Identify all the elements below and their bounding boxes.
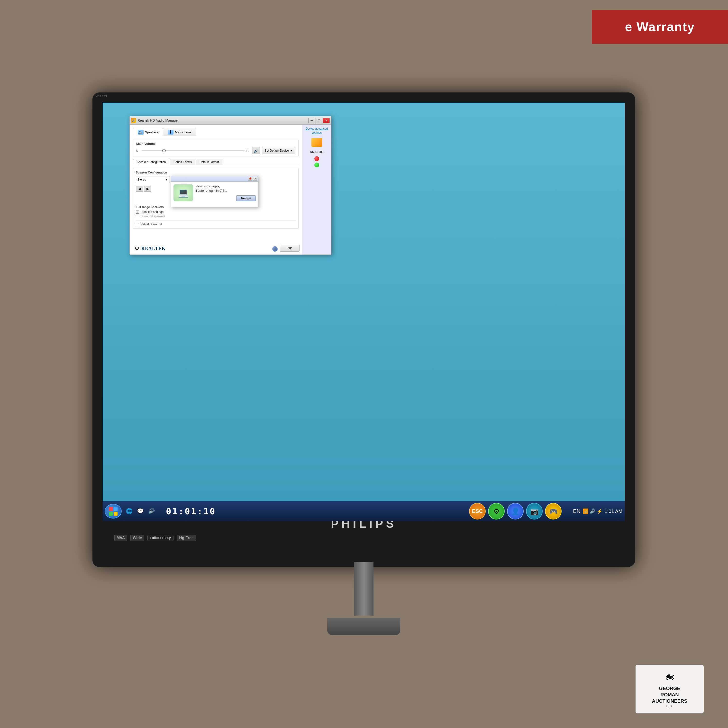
windows-logo-yellow bbox=[114, 512, 118, 516]
volume-slider-row: L R 🔊 Set Default Device ▼ bbox=[136, 147, 295, 154]
taskbar-app-button-1[interactable]: ⚙ bbox=[488, 503, 505, 520]
set-default-device-button[interactable]: Set Default Device ▼ bbox=[262, 147, 295, 154]
volume-slider-track[interactable] bbox=[142, 150, 245, 151]
window-titlebar: 🔊 Realtek HD Audio Manager ─ □ ✕ bbox=[130, 116, 331, 125]
system-tray-icons: 📶 🔊 ⚡ bbox=[583, 508, 603, 514]
monitor-stand-base bbox=[327, 618, 400, 635]
device-advanced-settings-link[interactable]: Device advanced settings bbox=[304, 127, 329, 135]
windows-logo-green bbox=[109, 512, 113, 516]
popup-titlebar: 📌 ✕ bbox=[171, 176, 258, 182]
taskbar-app-button-3[interactable]: 📷 bbox=[526, 503, 543, 520]
taskbar-app-icons: ESC ⚙ 👤 📷 🎮 bbox=[469, 503, 561, 520]
volume-slider-thumb[interactable] bbox=[162, 149, 166, 152]
auction-watermark: 🏍 GEORGE ROMAN AUCTIONEERS LTD. bbox=[636, 665, 704, 713]
main-volume-label: Main Volume bbox=[136, 142, 295, 145]
window-title: Realtek HD Audio Manager bbox=[138, 118, 307, 122]
analog-label: ANALOG bbox=[310, 150, 323, 154]
front-speakers-label: Front left and right bbox=[141, 210, 164, 214]
taskbar-app-button-4[interactable]: 🎮 bbox=[545, 503, 561, 520]
popup-text-area: Network outages, ll auto re-login in 9秒.… bbox=[196, 184, 256, 201]
auction-name-line1: GEORGE bbox=[659, 685, 680, 691]
quick-launch-icons: 🌐 💬 🔊 bbox=[124, 506, 156, 516]
default-format-subtab[interactable]: Default Format bbox=[196, 159, 222, 165]
left-channel-label: L bbox=[136, 149, 140, 152]
monitor-frame: V11473 🔊 Realtek HD Audio Manager ─ □ ✕ bbox=[92, 92, 635, 567]
sound-effects-subtab[interactable]: Sound Effects bbox=[170, 159, 196, 165]
warranty-text: e Warranty bbox=[625, 20, 695, 34]
fullhd-badge: FullHD 1080p bbox=[147, 535, 173, 541]
popup-dialog: 📌 ✕ 💻 Network outages, ll auto re-login … bbox=[171, 176, 258, 207]
nav-buttons: ◀ ▶ bbox=[136, 186, 170, 192]
speaker-dropdown-area: Stereo ▼ ◀ ▶ bbox=[136, 176, 170, 192]
speaker-config-dropdown[interactable]: Stereo ▼ bbox=[136, 176, 170, 183]
realtek-logo-text: REALTEK bbox=[141, 246, 166, 251]
windows-logo bbox=[109, 507, 118, 515]
esc-label: ESC bbox=[472, 508, 483, 514]
mute-button[interactable]: 🔊 bbox=[252, 147, 260, 154]
speaker-config-section-label: Speaker Configuration bbox=[136, 171, 296, 174]
system-clock: 1:01 AM bbox=[605, 508, 622, 514]
taskbar-quick-icon-3[interactable]: 🔊 bbox=[147, 506, 156, 516]
popup-content: 💻 Network outages, ll auto re-login in 9… bbox=[171, 182, 258, 203]
tray-icon-3: ⚡ bbox=[596, 508, 603, 514]
surround-speakers-checkbox[interactable] bbox=[136, 215, 139, 218]
hg-free-badge: Hg Free bbox=[177, 535, 196, 541]
front-speakers-checkbox[interactable]: ✓ bbox=[136, 210, 139, 214]
taskbar-quick-icon-2[interactable]: 💬 bbox=[135, 506, 145, 516]
taskbar-esc-button[interactable]: ESC bbox=[469, 503, 486, 520]
minimize-button[interactable]: ─ bbox=[308, 118, 315, 123]
front-speakers-row: ✓ Front left and right bbox=[136, 210, 296, 214]
popup-message: Network outages, ll auto re-login in 9秒.… bbox=[196, 184, 256, 193]
virtual-surround-row: Virtual Surround bbox=[136, 220, 296, 226]
surround-speakers-label: Surround speakers bbox=[141, 215, 165, 218]
surround-speakers-row: Surround speakers bbox=[136, 215, 296, 218]
wide-badge: Wide bbox=[130, 535, 144, 541]
ok-button[interactable]: OK bbox=[280, 245, 300, 252]
warranty-banner: e Warranty bbox=[592, 10, 728, 44]
main-volume-section: Main Volume L R 🔊 Set Default Device ▼ bbox=[133, 140, 298, 156]
auction-suffix: LTD. bbox=[666, 704, 673, 708]
language-indicator: EN bbox=[573, 508, 581, 514]
monitor-bottom-badges: MVA Wide FullHD 1080p Hg Free bbox=[114, 535, 196, 541]
analog-green-indicator bbox=[314, 162, 319, 167]
speakers-tab[interactable]: 🔊 Speakers bbox=[133, 128, 163, 136]
tray-icon-1: 📶 bbox=[583, 508, 589, 514]
monitor-stand-neck bbox=[354, 562, 373, 616]
microphone-tab[interactable]: 🎙 Microphone bbox=[163, 128, 196, 136]
windows-logo-red bbox=[109, 507, 113, 511]
app-icon-3: 📷 bbox=[530, 507, 539, 515]
window-sidebar: Device advanced settings ANALOG bbox=[302, 125, 331, 254]
speaker-config-subtab[interactable]: Speaker Configuration bbox=[133, 159, 169, 165]
auction-name-line2: ROMAN bbox=[660, 691, 679, 698]
mva-badge: MVA bbox=[114, 535, 127, 541]
monitor-screen: 🔊 Realtek HD Audio Manager ─ □ ✕ 🔊 Speak… bbox=[102, 102, 625, 521]
virtual-surround-checkbox[interactable] bbox=[136, 223, 139, 226]
analog-red-indicator bbox=[314, 156, 319, 161]
analog-icon bbox=[312, 138, 322, 147]
popup-close-button[interactable]: ✕ bbox=[253, 177, 257, 181]
taskbar-app-button-2[interactable]: 👤 bbox=[507, 503, 524, 520]
start-button[interactable] bbox=[105, 504, 122, 518]
window-controls: ─ □ ✕ bbox=[308, 118, 330, 123]
device-tabs: 🔊 Speakers 🎙 Microphone bbox=[133, 128, 298, 136]
microphone-tab-icon: 🎙 bbox=[168, 130, 173, 135]
taskbar: 🌐 💬 🔊 01:01:10 ESC ⚙ 👤 📷 bbox=[102, 501, 625, 521]
sub-tabs: Speaker Configuration Sound Effects Defa… bbox=[133, 159, 298, 165]
auction-name-line3: AUCTIONEERS bbox=[652, 698, 687, 704]
taskbar-right-tray: EN 📶 🔊 ⚡ 1:01 AM bbox=[573, 508, 622, 514]
maximize-button[interactable]: □ bbox=[316, 118, 323, 123]
realtek-logo-area: ⚙ REALTEK bbox=[135, 245, 166, 252]
tray-icon-2: 🔊 bbox=[590, 508, 596, 514]
relogin-button[interactable]: Relogin bbox=[236, 196, 256, 201]
next-config-button[interactable]: ▶ bbox=[144, 186, 151, 192]
prev-config-button[interactable]: ◀ bbox=[136, 186, 143, 192]
info-icon[interactable]: i bbox=[272, 246, 278, 252]
windows-logo-blue bbox=[114, 507, 118, 511]
app-icon-1: ⚙ bbox=[494, 507, 500, 515]
taskbar-quick-icon-1[interactable]: 🌐 bbox=[124, 506, 134, 516]
microphone-tab-label: Microphone bbox=[175, 130, 191, 134]
auction-logo-icon: 🏍 bbox=[662, 671, 677, 685]
popup-illustration: 💻 bbox=[173, 184, 193, 201]
popup-pin-button[interactable]: 📌 bbox=[248, 177, 252, 181]
close-button[interactable]: ✕ bbox=[323, 118, 330, 123]
